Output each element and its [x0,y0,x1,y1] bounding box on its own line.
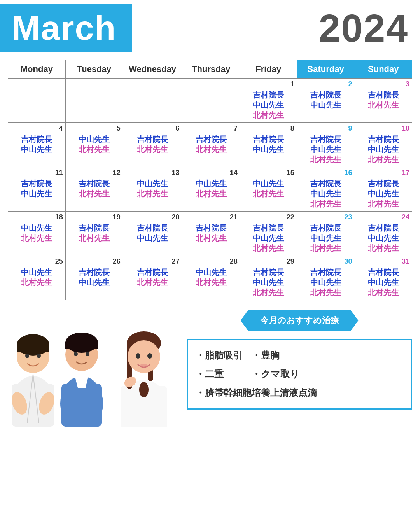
kitamura-label: 北村先生 [185,233,238,243]
day-number-28: 28 [185,257,238,266]
kitamura-label: 北村先生 [357,287,410,298]
calendar-cell-1-6: 10吉村院長中山先生北村先生 [355,123,412,167]
calendar-cell-3-4: 22吉村院長中山先生北村先生 [240,212,297,256]
day-number-9: 9 [299,124,352,133]
day-number-10: 10 [357,124,410,133]
svg-point-28 [140,364,148,368]
staff-day-5: 中山先生北村先生 [68,133,121,154]
yoshimura-label: 吉村院長 [357,90,410,100]
col-wednesday: Wednesday [123,60,182,79]
day-number-8: 8 [243,124,294,133]
footer-section: 今月のおすすめ治療 ・脂肪吸引 ・豊胸・二重 ・クマ取り・臍帯幹細胞培養上清液点… [0,304,420,430]
col-saturday: Saturday [297,60,355,79]
calendar-cell-3-5: 23吉村院長中山先生北村先生 [297,212,355,256]
yoshimura-label: 吉村院長 [357,134,410,144]
nakayama-label: 中山先生 [10,267,63,277]
staff-day-23: 吉村院長中山先生北村先生 [299,222,352,253]
nakayama-label: 中山先生 [126,178,180,189]
kitamura-label: 北村先生 [243,110,294,120]
day-number-30: 30 [299,257,352,266]
kitamura-label: 北村先生 [68,189,121,199]
calendar-cell-1-5: 9吉村院長中山先生北村先生 [297,123,355,167]
svg-point-27 [147,353,152,359]
day-number-3: 3 [357,80,410,88]
calendar-cell-2-0: 11吉村院長中山先生 [8,167,66,212]
nakayama-label: 中山先生 [357,277,410,287]
nakayama-label: 中山先生 [126,233,180,243]
staff-day-21: 吉村院長北村先生 [185,222,238,243]
staff-day-10: 吉村院長中山先生北村先生 [357,133,410,164]
nakayama-label: 中山先生 [357,144,410,154]
day-number-29: 29 [243,257,294,266]
calendar-table: Monday Tuesday Wednesday Thursday Friday… [8,60,412,300]
kitamura-label: 北村先生 [243,287,294,298]
staff-day-31: 吉村院長中山先生北村先生 [357,266,410,298]
yoshimura-label: 吉村院長 [243,267,294,277]
ribbon-label: 今月のおすすめ治療 [260,315,339,325]
calendar-cell-3-3: 21吉村院長北村先生 [182,212,240,256]
calendar-cell-2-6: 17吉村院長中山先生北村先生 [355,167,412,212]
calendar-cell-3-1: 19吉村院長北村先生 [65,212,123,256]
calendar-cell-0-1 [65,79,123,123]
col-tuesday: Tuesday [65,60,123,79]
kitamura-label: 北村先生 [185,189,238,199]
nakayama-label: 中山先生 [299,100,352,110]
day-number-16: 16 [299,169,352,177]
nakayama-label: 中山先生 [243,144,294,154]
yoshimura-label: 吉村院長 [243,90,294,100]
kitamura-label: 北村先生 [357,199,410,209]
yoshimura-label: 吉村院長 [68,223,121,233]
treatment-item-2: ・臍帯幹細胞培養上清液点滴 [196,383,403,402]
svg-rect-15 [65,342,98,349]
kitamura-label: 北村先生 [299,287,352,298]
calendar-row-2: 11吉村院長中山先生12吉村院長北村先生13中山先生北村先生14中山先生北村先生… [8,167,412,212]
calendar-cell-4-4: 29吉村院長中山先生北村先生 [240,256,297,300]
staff-day-16: 吉村院長中山先生北村先生 [299,178,352,209]
day-number-23: 23 [299,213,352,221]
staff-day-30: 吉村院長中山先生北村先生 [299,266,352,298]
yoshimura-label: 吉村院長 [185,134,238,144]
staff-day-29: 吉村院長中山先生北村先生 [243,266,294,298]
staff-day-17: 吉村院長中山先生北村先生 [357,178,410,209]
yoshimura-label: 吉村院長 [10,134,63,144]
svg-point-6 [37,354,41,358]
calendar-cell-1-3: 7吉村院長北村先生 [182,123,240,167]
yoshimura-label: 吉村院長 [299,267,352,277]
kitamura-label: 北村先生 [68,233,121,243]
doctors-illustration [4,310,183,427]
calendar-cell-3-0: 18中山先生北村先生 [8,212,66,256]
nakayama-label: 中山先生 [10,223,63,233]
nakayama-label: 中山先生 [299,144,352,154]
staff-day-28: 中山先生北村先生 [185,266,238,287]
day-number-21: 21 [185,213,238,221]
calendar-cell-4-2: 27吉村院長北村先生 [123,256,182,300]
calendar-cell-4-3: 28中山先生北村先生 [182,256,240,300]
nakayama-label: 中山先生 [243,277,294,287]
page-header: March 2024 [0,0,420,56]
svg-point-17 [86,352,89,356]
nakayama-label: 中山先生 [10,144,63,154]
staff-day-3: 吉村院長北村先生 [357,89,410,110]
yoshimura-label: 吉村院長 [68,267,121,277]
kitamura-label: 北村先生 [126,189,180,199]
kitamura-label: 北村先生 [243,243,294,253]
staff-day-22: 吉村院長中山先生北村先生 [243,222,294,253]
yoshimura-label: 吉村院長 [10,178,63,189]
day-number-1: 1 [243,80,294,88]
kitamura-label: 北村先生 [185,277,238,287]
kitamura-label: 北村先生 [299,199,352,209]
staff-day-4: 吉村院長中山先生 [10,133,63,154]
calendar-cell-4-5: 30吉村院長中山先生北村先生 [297,256,355,300]
staff-day-11: 吉村院長中山先生 [10,178,63,199]
svg-point-5 [25,354,29,358]
yoshimura-label: 吉村院長 [68,178,121,189]
yoshimura-label: 吉村院長 [126,267,180,277]
calendar-cell-2-4: 15中山先生北村先生 [240,167,297,212]
month-badge: March [0,4,132,52]
yoshimura-label: 吉村院長 [243,223,294,233]
yoshimura-label: 吉村院長 [185,223,238,233]
calendar-cell-2-2: 13中山先生北村先生 [123,167,182,212]
staff-day-27: 吉村院長北村先生 [126,266,180,287]
calendar-cell-3-6: 24吉村院長中山先生北村先生 [355,212,412,256]
treatment-box: ・脂肪吸引 ・豊胸・二重 ・クマ取り・臍帯幹細胞培養上清液点滴 [187,339,412,410]
